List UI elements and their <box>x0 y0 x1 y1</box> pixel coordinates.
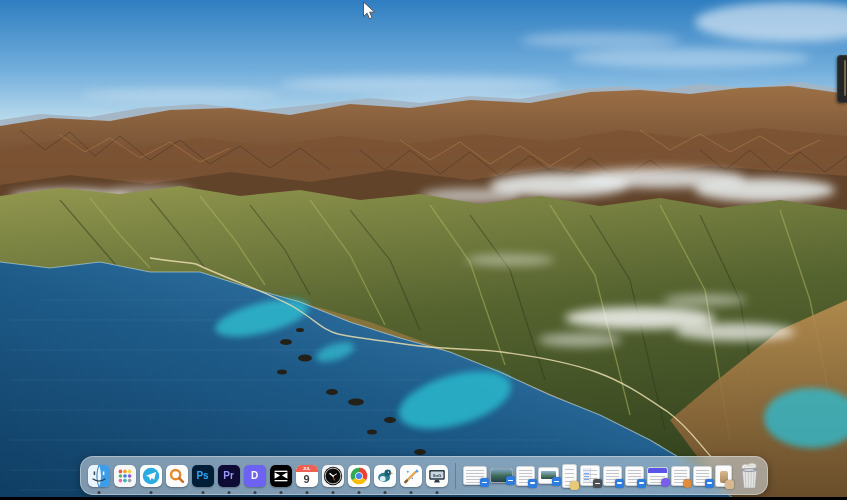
running-indicator-dot <box>435 491 438 494</box>
edge-panel-handle[interactable] <box>837 55 847 103</box>
minimized-app-badge-purple <box>661 478 670 487</box>
calendar-icon: JUL 9 <box>296 465 318 487</box>
finder-icon <box>88 465 110 487</box>
search-app-icon <box>166 465 188 487</box>
minimized-window-image-window[interactable] <box>538 467 559 484</box>
screen-app-icon: SnG <box>426 465 448 487</box>
minimized-app-badge-blue <box>528 479 537 488</box>
dock-divider <box>455 463 456 489</box>
running-indicator-dot <box>201 491 204 494</box>
d-app-label: D <box>251 471 258 481</box>
dock-app-telegram[interactable] <box>140 461 162 491</box>
minimized-app-badge-orange <box>683 479 692 488</box>
minimized-window-document-tall[interactable] <box>562 464 577 488</box>
dock-app-launchpad[interactable] <box>114 461 136 491</box>
sparkle-pen-app-icon <box>400 465 422 487</box>
dock-app-screen-app[interactable]: SnG <box>426 461 448 491</box>
minimized-window-document[interactable] <box>603 466 622 486</box>
dock-minimized-windows <box>463 457 732 494</box>
screen-app-label: SnG <box>432 472 441 477</box>
minimized-app-badge-blue <box>615 479 624 488</box>
minimized-window-document[interactable] <box>693 466 712 486</box>
minimized-app-badge-dark <box>593 479 602 488</box>
minimized-app-badge-blue <box>552 477 561 486</box>
minimized-window-image[interactable] <box>490 468 513 483</box>
calendar-month-label: JUL <box>296 465 318 472</box>
clock-icon <box>322 465 344 487</box>
running-indicator-dot <box>305 491 308 494</box>
minimized-app-badge-tan <box>725 480 734 489</box>
telegram-icon <box>140 465 162 487</box>
photoshop-label: Ps <box>196 471 208 481</box>
dock: PsPrD JUL 9 <box>80 456 768 495</box>
dock-app-clock[interactable] <box>322 461 344 491</box>
minimized-window-document-figure[interactable] <box>715 465 732 487</box>
dock-app-chrome[interactable] <box>348 461 370 491</box>
launchpad-icon <box>114 465 136 487</box>
dock-apps: PsPrD JUL 9 <box>88 457 448 494</box>
minimized-app-badge-blue <box>705 479 714 488</box>
minimized-window-document[interactable] <box>516 466 535 486</box>
dock-app-capcut[interactable] <box>270 461 292 491</box>
minimized-app-badge-blue <box>637 479 646 488</box>
running-indicator-dot <box>409 491 412 494</box>
d-app-icon: D <box>244 465 266 487</box>
dock-app-sparkle-pen-app[interactable] <box>400 461 422 491</box>
running-indicator-dot <box>253 491 256 494</box>
running-indicator-dot <box>279 491 282 494</box>
edge-panel-stripe <box>844 60 846 96</box>
dock-app-d-app[interactable]: D <box>244 461 266 491</box>
trash-icon-full[interactable] <box>739 462 760 489</box>
minimized-window-list[interactable] <box>580 465 600 486</box>
dock-app-bird-app[interactable] <box>374 461 396 491</box>
dock-app-finder[interactable] <box>88 461 110 491</box>
calendar-day-number: 9 <box>296 472 318 487</box>
premiere-icon: Pr <box>218 465 240 487</box>
running-indicator-dot <box>331 491 334 494</box>
dock-app-calendar[interactable]: JUL 9 <box>296 461 318 491</box>
minimized-app-badge-blue <box>480 478 489 487</box>
dock-app-premiere[interactable]: Pr <box>218 461 240 491</box>
bird-app-icon <box>374 465 396 487</box>
minimized-window-document-wide[interactable] <box>463 466 487 485</box>
running-indicator-dot <box>149 491 152 494</box>
wallpaper <box>0 0 847 500</box>
running-indicator-dot <box>383 491 386 494</box>
minimized-window-document[interactable] <box>671 466 690 486</box>
running-indicator-dot <box>357 491 360 494</box>
dock-app-photoshop[interactable]: Ps <box>192 461 214 491</box>
running-indicator-dot <box>227 491 230 494</box>
capcut-icon <box>270 465 292 487</box>
premiere-label: Pr <box>223 471 234 481</box>
running-indicator-dot <box>97 491 100 494</box>
desktop: PsPrD JUL 9 <box>0 0 847 500</box>
minimized-window-document[interactable] <box>625 466 644 486</box>
chrome-icon <box>348 465 370 487</box>
minimized-app-badge-blue <box>506 476 515 485</box>
dock-app-search-app[interactable] <box>166 461 188 491</box>
photoshop-icon: Ps <box>192 465 214 487</box>
minimized-window-titlebar-purple[interactable] <box>647 467 668 485</box>
minimized-app-badge-yellow <box>570 481 579 490</box>
